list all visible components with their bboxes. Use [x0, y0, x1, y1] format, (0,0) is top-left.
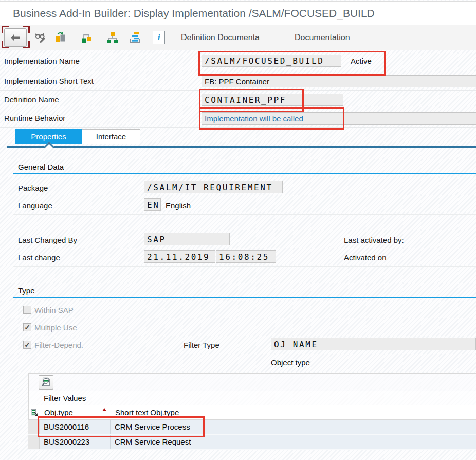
hierarchy-button[interactable]: [105, 30, 120, 45]
implementation-name-row: Implementation Name /SALM/FOCUSED_BUILD …: [0, 50, 476, 72]
filter-depend-row: Filter-Depend.: [23, 340, 83, 350]
table-row-bus2000116[interactable]: BUS2000116 CRM Service Process: [28, 420, 476, 435]
application-toolbar: i Definition Documenta Documentation: [0, 25, 476, 50]
last-activated-by-label: Last activated by:: [344, 236, 404, 244]
sap-badi-builder-window: Business Add-In Builder: Display Impleme…: [0, 0, 476, 460]
multiple-use-checkbox[interactable]: [23, 323, 31, 331]
type-section-rule: [13, 297, 476, 298]
back-arrow-icon: [9, 31, 22, 44]
implementation-short-text-label: Implementation Short Text: [4, 77, 94, 85]
window-top-divider: [0, 1, 476, 2]
filter-depend-label: Filter-Depend.: [34, 341, 83, 349]
package-label: Package: [18, 184, 48, 192]
type-section-title: Type: [18, 286, 35, 295]
within-sap-row: Within SAP: [23, 305, 74, 315]
page-title: Business Add-In Builder: Display Impleme…: [13, 7, 375, 20]
definition-documentation-button[interactable]: Definition Documenta: [178, 31, 263, 44]
tab-strip: Properties Interface: [15, 129, 140, 144]
within-sap-checkbox[interactable]: [23, 306, 31, 314]
within-sap-label: Within SAP: [34, 306, 74, 314]
multiple-use-row: Multiple Use: [23, 322, 77, 332]
language-label: Language: [18, 201, 52, 210]
tab-underline: [7, 146, 476, 148]
last-change-time-field[interactable]: 16:08:25: [216, 250, 276, 263]
last-changed-by-label: Last Changed By: [18, 236, 77, 244]
definition-name-field[interactable]: CONTAINER_PPF: [202, 94, 343, 106]
back-button[interactable]: [4, 28, 27, 47]
multiple-use-label: Multiple Use: [34, 323, 77, 332]
table-header-row: Obj.type Short text Obj.type: [28, 405, 476, 420]
display-change-button[interactable]: [33, 30, 48, 45]
runtime-behavior-row: Runtime Behavior Implementation will be …: [0, 109, 476, 128]
title-bar: Business Add-In Builder: Display Impleme…: [0, 2, 476, 25]
glasses-pencil-icon: [34, 31, 47, 44]
column-header-objtype[interactable]: Obj.type: [40, 405, 111, 419]
documentation-button[interactable]: Documentation: [291, 31, 353, 44]
language-text: English: [166, 201, 191, 210]
table-toolbar: [28, 373, 476, 391]
activated-on-label: Activated on: [344, 253, 387, 262]
table-caption-row: Filter Values: [28, 391, 476, 405]
objtype-cell: BUS2000223: [44, 437, 89, 446]
definition-name-row: Definition Name CONTAINER_PPF: [0, 91, 476, 109]
org-chart-icon: [106, 31, 119, 44]
where-used-button[interactable]: [79, 30, 95, 45]
general-data-title: General Data: [18, 163, 64, 171]
filter-values-caption: Filter Values: [44, 394, 86, 402]
filter-depend-checkbox[interactable]: [23, 341, 31, 349]
tab-interface[interactable]: Interface: [82, 129, 140, 144]
table-select-icon: [30, 409, 39, 417]
information-button[interactable]: i: [150, 29, 168, 46]
general-data-rule: [13, 173, 476, 174]
filter-type-field[interactable]: OJ_NAME: [271, 338, 476, 350]
information-icon: i: [153, 31, 165, 44]
row-select-cell[interactable]: [28, 435, 40, 449]
table-detail-button[interactable]: [39, 375, 53, 390]
sorted-list-icon: [129, 31, 141, 44]
activation-status-text: Active: [351, 57, 372, 65]
table-row-bus2000223[interactable]: BUS2000223 CRM Service Request: [28, 435, 476, 450]
runtime-behavior-label: Runtime Behavior: [4, 114, 65, 122]
implementation-short-text-field[interactable]: FB: PPF Container: [202, 75, 476, 87]
sort-ascending-icon: [102, 408, 106, 411]
filter-type-label: Filter Type: [184, 341, 219, 349]
shorttext-cell: CRM Service Request: [115, 437, 191, 446]
runtime-behavior-field[interactable]: Implementation will be called: [202, 112, 476, 125]
implementation-short-text-row: Implementation Short Text FB: PPF Contai…: [0, 72, 476, 91]
magnifier-document-icon: [41, 377, 52, 388]
objtype-cell: BUS2000116: [44, 422, 89, 431]
copy-icon: [54, 31, 66, 44]
last-change-label: Last change: [18, 253, 60, 262]
shorttext-cell: CRM Service Process: [115, 422, 190, 431]
row-select-cell[interactable]: [28, 420, 40, 434]
where-used-hierarchy-icon: [81, 31, 93, 44]
language-field[interactable]: EN: [144, 198, 161, 211]
definition-name-label: Definition Name: [4, 95, 59, 104]
object-type-caption: Object type: [271, 358, 310, 367]
implementation-name-field[interactable]: /SALM/FOCUSED_BUILD: [202, 55, 341, 67]
filter-values-table: Filter Values Obj.type Short text Obj.ty…: [28, 373, 476, 450]
implementation-name-label: Implementation Name: [4, 57, 80, 65]
last-change-date-field[interactable]: 21.11.2019: [144, 250, 215, 263]
column-header-shorttext[interactable]: Short text Obj.type: [111, 405, 476, 419]
last-changed-by-field[interactable]: SAP: [144, 233, 230, 245]
copy-button[interactable]: [52, 30, 68, 45]
package-field[interactable]: /SALM/IT_REQUIREMENT: [144, 181, 283, 193]
sort-list-button[interactable]: [127, 30, 143, 45]
select-all-cell[interactable]: [29, 405, 40, 419]
